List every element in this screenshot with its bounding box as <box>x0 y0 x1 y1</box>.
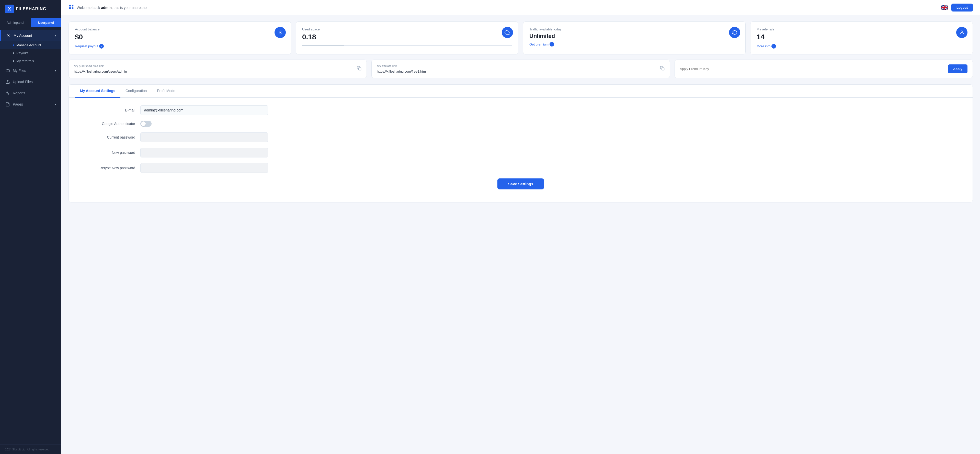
space-progress-fill <box>302 45 344 46</box>
dot-icon <box>13 53 14 54</box>
email-row: E-mail <box>79 105 963 115</box>
main-content: Welcome back admin, this is your userpan… <box>61 0 980 454</box>
tab-profit-mode[interactable]: Profit Mode <box>152 84 180 98</box>
arrow-right-icon: › <box>99 44 104 49</box>
retype-password-field[interactable] <box>140 163 268 173</box>
published-files-card: My published files link https://xfilesha… <box>68 60 367 78</box>
sidebar-item-upload-files[interactable]: Upload Files <box>0 76 61 88</box>
affiliate-link-value: https://xfilesharing.com/free1.html <box>377 70 657 73</box>
stat-card-traffic: Traffic available today Unlimited Get pr… <box>523 21 746 54</box>
logo-text: FILESHARING <box>16 6 46 11</box>
premium-key-input[interactable] <box>680 67 945 71</box>
my-files-label: My Files <box>13 68 52 73</box>
account-section: My Account Settings Configuration Profit… <box>68 84 973 202</box>
pages-label: Pages <box>13 102 52 106</box>
svg-rect-8 <box>662 67 664 70</box>
stat-card-referrals: My referrals 14 More info › <box>750 21 973 54</box>
tab-configuration[interactable]: Configuration <box>120 84 152 98</box>
svg-point-6 <box>961 31 963 32</box>
affiliate-link-content: My affiliate link https://xfilesharing.c… <box>377 64 657 73</box>
space-progress-bar <box>302 45 512 46</box>
traffic-label: Traffic available today <box>529 27 739 31</box>
affiliate-link-label: My affiliate link <box>377 64 657 68</box>
refresh-icon <box>729 27 740 38</box>
chevron-down-icon: ▾ <box>55 103 56 106</box>
pages-icon <box>5 102 10 107</box>
my-referrals-label: My referrals <box>16 59 34 63</box>
sidebar-item-payouts[interactable]: Payouts <box>0 49 61 57</box>
sidebar-item-pages[interactable]: Pages ▾ <box>0 99 61 110</box>
published-files-value: https://xfilesharing.com/users/admin <box>74 70 354 73</box>
welcome-message: Welcome back admin, this is your userpan… <box>77 6 148 10</box>
svg-rect-3 <box>72 5 73 6</box>
reports-label: Reports <box>13 91 56 95</box>
email-label: E-mail <box>79 108 135 112</box>
stat-card-space: Used space 0.18 <box>296 21 519 54</box>
premium-key-card: Apply <box>675 60 973 78</box>
upload-icon <box>5 79 10 84</box>
current-password-field[interactable] <box>140 132 268 142</box>
chevron-down-icon: ▾ <box>55 69 56 72</box>
more-info-link[interactable]: More info › <box>757 44 966 49</box>
new-password-field[interactable] <box>140 148 268 158</box>
balance-value: $0 <box>75 33 285 41</box>
request-payout-link[interactable]: Request payout › <box>75 44 285 49</box>
copy-affiliate-icon[interactable] <box>660 66 665 72</box>
stat-card-balance: Account balance $0 Request payout › $ <box>68 21 291 54</box>
tabs-header: My Account Settings Configuration Profit… <box>69 84 973 98</box>
published-files-label: My published files link <box>74 64 354 68</box>
new-password-label: New password <box>79 151 135 155</box>
page-content: Account balance $0 Request payout › $ Us… <box>61 15 980 454</box>
sidebar-item-manage-account[interactable]: Manage Account <box>0 41 61 49</box>
payouts-label: Payouts <box>16 51 29 55</box>
logo: X FILESHARING <box>0 0 61 18</box>
published-files-content: My published files link https://xfilesha… <box>74 64 354 73</box>
balance-icon: $ <box>275 27 286 38</box>
balance-label: Account balance <box>75 27 285 31</box>
userpanel-tab[interactable]: Userpanel <box>31 18 61 27</box>
chevron-down-icon: ▾ <box>55 34 56 37</box>
sidebar-nav: My Account ▾ Manage Account Payouts My r… <box>0 27 61 444</box>
google-auth-toggle-wrap <box>140 121 151 127</box>
current-password-row: Current password <box>79 132 963 142</box>
traffic-value: Unlimited <box>529 33 739 39</box>
cloud-icon <box>502 27 513 38</box>
svg-rect-7 <box>359 67 361 70</box>
copy-published-icon[interactable] <box>357 66 361 72</box>
language-flag[interactable]: 🇬🇧 <box>941 4 948 11</box>
dot-icon <box>13 45 14 46</box>
apply-button[interactable]: Apply <box>948 64 967 73</box>
sidebar-footer: 2024 Sibsoft Ltd. All rights reserved <box>0 444 61 454</box>
manage-account-label: Manage Account <box>16 43 41 47</box>
toggle-knob <box>141 121 146 126</box>
referrals-icon <box>956 27 967 38</box>
tab-my-account-settings[interactable]: My Account Settings <box>75 84 120 98</box>
retype-password-label: Retype New password <box>79 166 135 170</box>
email-field[interactable] <box>140 105 268 115</box>
retype-password-row: Retype New password <box>79 163 963 173</box>
sidebar-item-my-referrals[interactable]: My referrals <box>0 57 61 65</box>
reports-icon <box>5 91 10 96</box>
person-icon <box>6 33 11 38</box>
topbar: Welcome back admin, this is your userpan… <box>61 0 980 15</box>
arrow-right-icon: › <box>772 44 776 49</box>
sidebar-item-my-account[interactable]: My Account ▾ <box>0 30 61 41</box>
google-auth-row: Google Authenticator <box>79 121 963 127</box>
current-password-label: Current password <box>79 135 135 139</box>
files-icon <box>5 68 10 73</box>
sidebar-item-my-files[interactable]: My Files ▾ <box>0 65 61 76</box>
stats-grid: Account balance $0 Request payout › $ Us… <box>68 21 973 54</box>
referrals-label: My referrals <box>757 27 966 31</box>
logo-icon: X <box>5 5 14 13</box>
account-settings-form: E-mail Google Authenticator Current pass… <box>69 98 973 202</box>
get-premium-link[interactable]: Get premium › <box>529 42 739 46</box>
my-account-label: My Account <box>14 33 52 38</box>
adminpanel-tab[interactable]: Adminpanel <box>0 18 31 27</box>
arrow-right-icon: › <box>550 42 554 46</box>
upload-files-label: Upload Files <box>13 80 56 84</box>
google-auth-toggle[interactable] <box>140 121 151 127</box>
sidebar-item-reports[interactable]: Reports <box>0 88 61 99</box>
svg-rect-4 <box>69 7 71 9</box>
save-settings-button[interactable]: Save Settings <box>497 178 544 190</box>
logout-button[interactable]: Logout <box>951 3 973 11</box>
